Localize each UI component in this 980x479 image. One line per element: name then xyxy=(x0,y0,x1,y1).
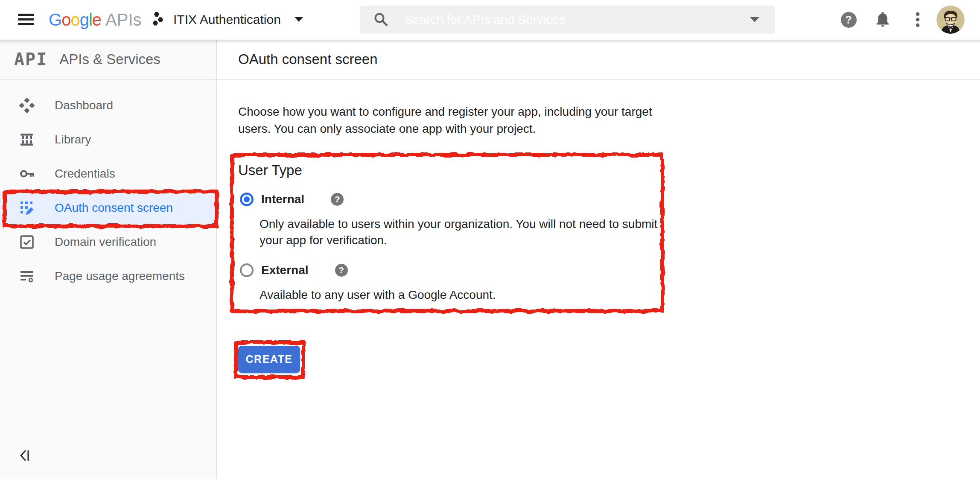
radio-option-internal[interactable]: Internal ? xyxy=(240,191,344,208)
key-icon xyxy=(19,166,35,181)
sidebar-item-domain-verification[interactable]: Domain verification xyxy=(0,225,216,259)
sidebar-nav: Dashboard Library xyxy=(0,80,216,293)
search-bar[interactable] xyxy=(360,6,775,34)
help-button[interactable]: ? xyxy=(840,11,857,28)
logo-letter: o xyxy=(61,10,70,29)
main-content: OAuth consent screen Choose how you want… xyxy=(217,39,980,479)
sidebar-item-library[interactable]: Library xyxy=(0,123,216,157)
logo-letter: l xyxy=(89,10,92,29)
sidebar-item-label: OAuth consent screen xyxy=(55,201,173,215)
intro-text: Choose how you want to configure and reg… xyxy=(238,103,659,137)
search-input[interactable] xyxy=(404,13,749,27)
radio-label: Internal xyxy=(261,193,304,206)
sidebar-item-label: Page usage agreements xyxy=(55,269,185,283)
chevron-down-icon xyxy=(294,16,304,23)
radio-unselected-icon[interactable] xyxy=(240,263,254,277)
library-icon xyxy=(19,132,35,147)
logo-letter: g xyxy=(80,10,89,29)
logo-letter: o xyxy=(70,10,79,29)
notifications-button[interactable] xyxy=(874,11,891,28)
oauth-consent-icon xyxy=(19,200,35,216)
internal-description: Only available to users within your orga… xyxy=(260,216,661,248)
sidebar-header: API APIs & Services xyxy=(0,39,216,80)
sidebar-item-page-usage-agreements[interactable]: Page usage agreements xyxy=(0,259,216,293)
sidebar-item-label: Domain verification xyxy=(55,235,156,249)
sidebar-item-credentials[interactable]: Credentials xyxy=(0,157,216,191)
radio-selected-icon[interactable] xyxy=(240,193,254,206)
shell: API APIs & Services Dashboard xyxy=(0,39,980,479)
overflow-menu-button[interactable] xyxy=(909,11,926,28)
search-icon xyxy=(373,12,389,27)
api-product-logo: API xyxy=(14,50,47,69)
user-type-heading: User Type xyxy=(238,161,302,179)
list-gear-icon xyxy=(19,269,35,284)
external-description: Available to any user with a Google Acco… xyxy=(260,287,661,303)
sidebar: API APIs & Services Dashboard xyxy=(0,39,217,479)
sidebar-item-oauth-consent-screen[interactable]: OAuth consent screen xyxy=(0,191,216,225)
dashboard-icon xyxy=(19,98,35,113)
bell-icon xyxy=(875,12,891,28)
help-icon[interactable]: ? xyxy=(335,264,348,277)
logo-letter: G xyxy=(49,10,61,29)
logo-letter: e xyxy=(92,10,101,29)
help-icon: ? xyxy=(841,12,857,28)
sidebar-item-label: Credentials xyxy=(55,167,115,181)
app-bar: Google APIs ITIX Authentication ? xyxy=(0,0,980,39)
collapse-sidebar-icon xyxy=(18,448,32,463)
sidebar-item-label: Library xyxy=(55,133,91,146)
avatar[interactable] xyxy=(936,6,965,34)
page-header: OAuth consent screen xyxy=(217,39,980,80)
three-dot-menu-icon xyxy=(915,11,920,28)
collapse-sidebar-button[interactable] xyxy=(18,448,32,463)
chevron-down-icon[interactable] xyxy=(749,16,761,23)
sidebar-item-label: Dashboard xyxy=(55,99,113,112)
project-name: ITIX Authentication xyxy=(173,12,281,27)
google-apis-logo[interactable]: Google APIs xyxy=(49,0,142,39)
page-title: OAuth consent screen xyxy=(238,51,378,67)
hexagon-cluster-icon xyxy=(150,12,165,28)
radio-option-external[interactable]: External ? xyxy=(240,262,348,279)
logo-suffix: APIs xyxy=(105,10,141,29)
help-icon[interactable]: ? xyxy=(331,193,344,206)
radio-label: External xyxy=(261,263,309,277)
project-selector[interactable]: ITIX Authentication xyxy=(150,0,304,39)
sidebar-title: APIs & Services xyxy=(59,51,160,67)
sidebar-item-dashboard[interactable]: Dashboard xyxy=(0,88,216,123)
create-button[interactable]: CREATE xyxy=(238,346,300,373)
checkbox-icon xyxy=(19,234,35,250)
hamburger-menu-icon[interactable] xyxy=(18,11,35,28)
